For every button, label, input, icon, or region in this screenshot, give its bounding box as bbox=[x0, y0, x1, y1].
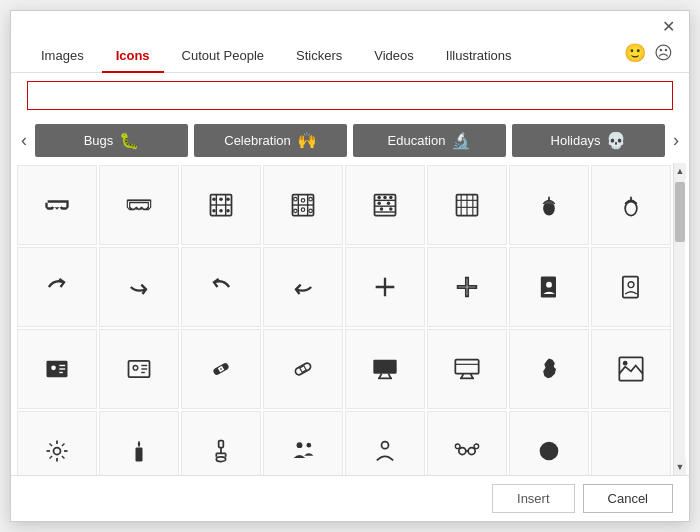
icon-arrow-4[interactable] bbox=[263, 247, 343, 327]
close-button[interactable]: ✕ bbox=[656, 17, 681, 37]
dialog: ✕ Images Icons Cutout People Stickers Vi… bbox=[10, 10, 690, 522]
svg-point-25 bbox=[383, 196, 387, 200]
icon-3d-glasses-outline[interactable] bbox=[99, 165, 179, 245]
tabs-bar: Images Icons Cutout People Stickers Vide… bbox=[11, 39, 689, 73]
category-education[interactable]: Education 🔬 bbox=[353, 124, 506, 157]
icon-arrow-3[interactable] bbox=[181, 247, 261, 327]
tab-images[interactable]: Images bbox=[27, 40, 98, 73]
svg-point-8 bbox=[226, 197, 230, 201]
svg-point-27 bbox=[377, 202, 381, 206]
svg-point-51 bbox=[133, 366, 138, 371]
svg-point-91 bbox=[468, 448, 475, 455]
category-row-wrapper: ‹ Bugs 🐛 Celebration 🙌 Education 🔬 Holid… bbox=[11, 118, 689, 163]
tab-stickers[interactable]: Stickers bbox=[282, 40, 356, 73]
icons-grid bbox=[15, 163, 673, 475]
bugs-icon: 🐛 bbox=[119, 131, 139, 150]
icons-grid-container[interactable] bbox=[15, 163, 673, 475]
svg-point-7 bbox=[212, 209, 216, 213]
tab-illustrations[interactable]: Illustrations bbox=[432, 40, 526, 73]
icon-empty[interactable] bbox=[591, 411, 671, 475]
scrollbar-thumb[interactable] bbox=[675, 182, 685, 242]
icon-abacus-4[interactable] bbox=[427, 165, 507, 245]
icons-area: ▲ ▼ bbox=[11, 163, 689, 475]
icon-abacus-3[interactable] bbox=[345, 165, 425, 245]
footer: Insert Cancel bbox=[11, 475, 689, 521]
icon-plus-filled[interactable] bbox=[345, 247, 425, 327]
icon-candle[interactable] bbox=[99, 411, 179, 475]
svg-rect-58 bbox=[294, 362, 312, 376]
category-holidays[interactable]: Holidays 💀 bbox=[512, 124, 665, 157]
svg-point-30 bbox=[389, 207, 393, 211]
icon-arrow-1[interactable] bbox=[17, 247, 97, 327]
icon-abacus-1[interactable] bbox=[181, 165, 261, 245]
scrollbar[interactable]: ▲ ▼ bbox=[673, 163, 685, 475]
icon-bandage-filled[interactable] bbox=[181, 329, 261, 409]
sad-icon[interactable]: ☹ bbox=[654, 42, 673, 64]
svg-point-42 bbox=[546, 282, 552, 288]
icon-tube[interactable] bbox=[181, 411, 261, 475]
icon-landscape[interactable] bbox=[591, 329, 671, 409]
svg-rect-64 bbox=[455, 360, 478, 374]
icon-address-book-outline[interactable] bbox=[591, 247, 671, 327]
search-input[interactable] bbox=[27, 81, 673, 110]
svg-point-89 bbox=[382, 442, 389, 449]
svg-point-16 bbox=[301, 199, 305, 203]
svg-rect-80 bbox=[136, 448, 143, 462]
svg-line-76 bbox=[50, 444, 53, 447]
icon-abacus-2[interactable] bbox=[263, 165, 343, 245]
scrollbar-up[interactable]: ▲ bbox=[674, 163, 686, 179]
svg-point-4 bbox=[219, 197, 223, 201]
svg-point-19 bbox=[309, 209, 313, 213]
category-row: Bugs 🐛 Celebration 🙌 Education 🔬 Holiday… bbox=[35, 124, 665, 157]
icon-persons-group[interactable] bbox=[263, 411, 343, 475]
svg-point-87 bbox=[297, 442, 303, 448]
svg-point-6 bbox=[212, 197, 216, 201]
icon-address-book-filled[interactable] bbox=[509, 247, 589, 327]
svg-point-28 bbox=[387, 202, 391, 206]
category-bugs[interactable]: Bugs 🐛 bbox=[35, 124, 188, 157]
icon-settings-sun[interactable] bbox=[17, 411, 97, 475]
icon-billboard-outline[interactable] bbox=[427, 329, 507, 409]
icon-plus-outline[interactable] bbox=[427, 247, 507, 327]
tab-icons[interactable]: Icons bbox=[102, 40, 164, 73]
tab-cutout-people[interactable]: Cutout People bbox=[168, 40, 278, 73]
nav-left-arrow[interactable]: ‹ bbox=[15, 126, 33, 155]
svg-rect-60 bbox=[373, 360, 396, 374]
svg-point-9 bbox=[226, 209, 230, 213]
icon-bandage-outline[interactable] bbox=[263, 329, 343, 409]
svg-point-94 bbox=[474, 444, 479, 449]
icon-billboard-filled[interactable] bbox=[345, 329, 425, 409]
tab-videos[interactable]: Videos bbox=[360, 40, 428, 73]
svg-point-44 bbox=[628, 282, 634, 288]
icon-arrow-2[interactable] bbox=[99, 247, 179, 327]
svg-point-24 bbox=[377, 196, 381, 200]
svg-point-46 bbox=[51, 366, 56, 371]
icon-acorn-outline[interactable] bbox=[591, 165, 671, 245]
nav-right-arrow[interactable]: › bbox=[667, 126, 685, 155]
happy-icon[interactable]: 🙂 bbox=[624, 42, 646, 64]
insert-button[interactable]: Insert bbox=[492, 484, 575, 513]
icon-id-filled[interactable] bbox=[17, 329, 97, 409]
icon-acorn-filled[interactable] bbox=[509, 165, 589, 245]
education-icon: 🔬 bbox=[451, 131, 471, 150]
icon-id-outline[interactable] bbox=[99, 329, 179, 409]
svg-point-17 bbox=[301, 208, 305, 212]
svg-point-18 bbox=[309, 197, 313, 201]
icon-sphere[interactable] bbox=[509, 411, 589, 475]
svg-point-95 bbox=[540, 442, 559, 461]
scrollbar-down[interactable]: ▼ bbox=[674, 459, 686, 475]
cancel-button[interactable]: Cancel bbox=[583, 484, 673, 513]
svg-point-71 bbox=[54, 448, 61, 455]
icon-3d-glasses-filled[interactable] bbox=[17, 165, 97, 245]
svg-point-15 bbox=[294, 209, 298, 213]
svg-point-5 bbox=[219, 209, 223, 213]
svg-point-88 bbox=[307, 443, 312, 448]
svg-point-83 bbox=[216, 457, 225, 462]
icon-africa[interactable] bbox=[509, 329, 589, 409]
icon-chain[interactable] bbox=[427, 411, 507, 475]
svg-point-39 bbox=[625, 202, 637, 216]
celebration-icon: 🙌 bbox=[297, 131, 317, 150]
category-holidays-label: Holidays bbox=[551, 133, 601, 148]
category-celebration[interactable]: Celebration 🙌 bbox=[194, 124, 347, 157]
icon-person-outline[interactable] bbox=[345, 411, 425, 475]
